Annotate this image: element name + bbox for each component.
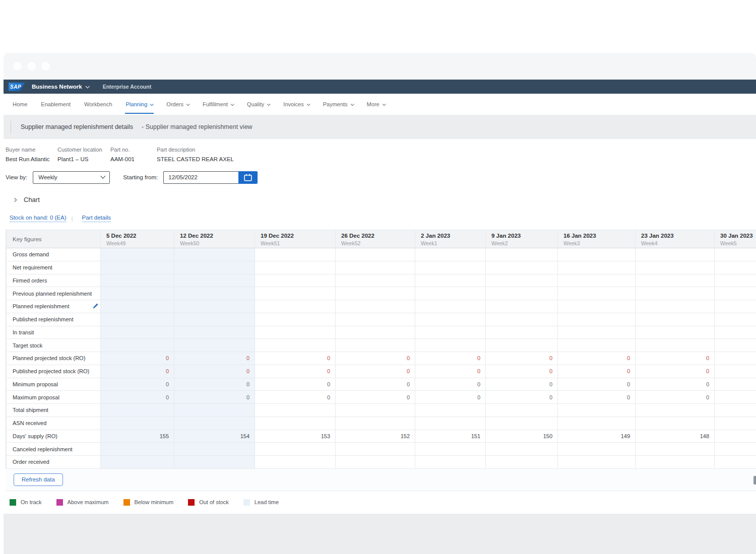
- table-cell: [558, 417, 636, 430]
- table-cell: [174, 313, 255, 326]
- stock-on-hand-link[interactable]: Stock on hand: 0 (EA): [10, 215, 67, 222]
- nav-item-label: More: [367, 101, 380, 107]
- page-subtitle: - Supplier managed replenishment view: [142, 123, 253, 130]
- row-label-text: Total shipment: [13, 407, 48, 413]
- table-cell: [101, 261, 174, 274]
- view-by-label: View by:: [6, 174, 27, 180]
- column-week: Week2: [491, 240, 557, 246]
- edge-scroll-handle[interactable]: [753, 476, 756, 484]
- column-week: Week5: [720, 240, 756, 246]
- product-switcher[interactable]: Business Network: [32, 84, 89, 90]
- column-date: 19 Dec 2022: [261, 233, 335, 239]
- table-cell: [636, 261, 715, 274]
- part-info-field: Customer locationPlant1 – US: [57, 147, 110, 162]
- starting-from-input[interactable]: [163, 171, 238, 184]
- view-by-select[interactable]: Weekly: [33, 171, 110, 184]
- legend-item: Below minimum: [123, 499, 174, 506]
- row-label: Order received: [7, 456, 101, 469]
- nav-item-label: Planning: [126, 101, 148, 107]
- week-column-header: 2 Jan 2023Week1: [415, 230, 486, 248]
- table-cell: [336, 313, 415, 326]
- calendar-button[interactable]: [238, 171, 258, 184]
- column-week: Week52: [341, 240, 415, 246]
- row-label-text: Planned replenishment: [13, 303, 70, 309]
- row-label-text: Planned projected stock (RO): [13, 355, 85, 361]
- table-cell: [415, 248, 486, 261]
- nav-item-fulfillment[interactable]: Fulfillment: [203, 94, 233, 115]
- table-cell: 0: [255, 352, 336, 365]
- column-date: 26 Dec 2022: [341, 233, 415, 239]
- part-details-link[interactable]: Part details: [82, 215, 111, 222]
- table-cell: 150: [486, 430, 558, 443]
- chevron-down-icon: [382, 102, 386, 106]
- table-cell: [255, 261, 336, 274]
- table-cell: [415, 274, 486, 287]
- page-title: Supplier managed replenishment details: [21, 123, 133, 130]
- field-label: Buyer name: [6, 147, 57, 153]
- row-label: In transit: [7, 326, 101, 339]
- link-separator: |: [72, 216, 73, 222]
- table-cell: [101, 287, 174, 300]
- row-label: Firmed orders: [7, 274, 101, 287]
- table-cell: [636, 404, 715, 417]
- nav-item-workbench[interactable]: Workbench: [84, 94, 112, 115]
- table-cell: [255, 300, 336, 313]
- table-cell: [174, 443, 255, 456]
- row-label-text: Days' supply (RO): [13, 433, 57, 439]
- table-cell: 0: [174, 378, 255, 391]
- nav-item-label: Orders: [166, 101, 183, 107]
- legend-swatch-icon: [243, 499, 250, 506]
- nav-item-planning[interactable]: Planning: [126, 94, 153, 115]
- table-cell: [558, 261, 636, 274]
- table-cell: [174, 404, 255, 417]
- window-control-dot[interactable]: [41, 62, 50, 71]
- main-content: Buyer nameBest Run AtlanticCustomer loca…: [4, 139, 756, 506]
- table-cell: [486, 274, 558, 287]
- title-divider: [11, 121, 11, 133]
- nav-item-payments[interactable]: Payments: [323, 94, 353, 115]
- row-label-text: Canceled replenishment: [13, 446, 73, 452]
- table-cell: [174, 300, 255, 313]
- chevron-down-icon: [231, 102, 234, 106]
- nav-item-invoices[interactable]: Invoices: [283, 94, 309, 115]
- table-cell: [486, 404, 558, 417]
- table-cell: 148: [636, 430, 715, 443]
- table-cell: 0: [415, 391, 486, 404]
- nav-item-quality[interactable]: Quality: [247, 94, 270, 115]
- table-cell: [336, 417, 415, 430]
- refresh-data-button[interactable]: Refresh data: [14, 473, 63, 486]
- table-cell: 155: [101, 430, 174, 443]
- table-cell: [715, 261, 756, 274]
- table-row: Previous planned replenishment: [7, 287, 756, 300]
- table-cell: [715, 326, 756, 339]
- chart-section-toggle[interactable]: Chart: [6, 196, 756, 203]
- nav-item-more[interactable]: More: [367, 94, 385, 115]
- nav-item-orders[interactable]: Orders: [166, 94, 189, 115]
- table-cell: [715, 248, 756, 261]
- table-cell: [336, 326, 415, 339]
- legend-swatch-icon: [56, 499, 63, 506]
- table-cell: [336, 261, 415, 274]
- table-footer: Refresh data: [6, 469, 756, 491]
- row-label: Days' supply (RO): [7, 430, 101, 443]
- table-cell: [558, 404, 636, 417]
- table-row: Minimum proposal00000000: [7, 378, 756, 391]
- table-cell: [255, 248, 336, 261]
- table-cell: 0: [486, 391, 558, 404]
- chevron-down-icon: [101, 174, 106, 179]
- window-control-dot[interactable]: [13, 62, 22, 71]
- chevron-down-icon: [85, 84, 89, 88]
- row-label: Net requirement: [7, 261, 101, 274]
- table-cell: 0: [415, 365, 486, 378]
- row-label: Gross demand: [7, 248, 101, 261]
- legend-label: Lead time: [255, 499, 279, 505]
- table-cell: [101, 417, 174, 430]
- table-cell: 0: [255, 391, 336, 404]
- nav-item-label: Home: [13, 101, 27, 107]
- window-control-dot[interactable]: [27, 62, 36, 71]
- column-date: 16 Jan 2023: [563, 233, 635, 239]
- nav-item-enablement[interactable]: Enablement: [41, 94, 71, 115]
- nav-item-home[interactable]: Home: [13, 94, 27, 115]
- edit-pencil-icon[interactable]: [92, 303, 98, 310]
- table-cell: [636, 300, 715, 313]
